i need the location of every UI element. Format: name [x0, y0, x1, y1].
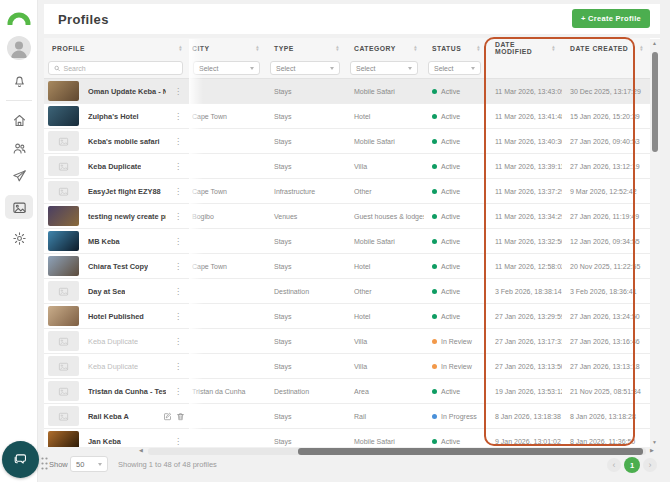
page-size-select[interactable]: 50: [70, 456, 108, 472]
table-row[interactable]: testing newly create profiles ⋮ Bogibo V…: [44, 204, 650, 229]
category-filter-select[interactable]: Select: [350, 61, 418, 75]
row-menu-icon[interactable]: ⋮: [174, 237, 182, 246]
search-input[interactable]: [63, 65, 177, 72]
vertical-scrollbar-thumb[interactable]: [652, 52, 658, 152]
status-filter-select[interactable]: Select: [428, 61, 481, 75]
row-menu-icon[interactable]: ⋮: [174, 187, 182, 196]
profile-name: testing newly create profiles: [88, 212, 166, 221]
city-value: Tristan da Cunha: [192, 388, 245, 395]
profile-name: Hotel Published: [88, 312, 144, 321]
sort-icon[interactable]: ▴▾: [552, 45, 555, 51]
column-header-date-created[interactable]: DATE CREATED▴▾: [562, 38, 650, 58]
city-value: Cape Town: [192, 188, 227, 195]
edit-icon[interactable]: [163, 412, 172, 421]
image-placeholder-thumbnail: [48, 281, 79, 301]
profile-name: EasyJet flight EZY88: [88, 187, 161, 196]
table-row[interactable]: Keba Duplicate ⋮ Stays Villa In Review 2…: [44, 354, 650, 379]
category-value: Mobile Safari: [354, 88, 395, 95]
column-header-date-modified[interactable]: DATE MODIFIED▴▾: [487, 38, 562, 58]
table-row[interactable]: Keba Duplicate ⋮ Stays Villa In Review 2…: [44, 329, 650, 354]
horizontal-scrollbar[interactable]: [148, 448, 646, 455]
scroll-up-icon[interactable]: ▲: [652, 41, 657, 46]
send-share-icon[interactable]: [0, 167, 38, 185]
city-value: Cape Town: [192, 263, 227, 270]
status-dot: [432, 389, 437, 394]
home-icon[interactable]: [0, 111, 38, 129]
category-value: Mobile Safari: [354, 238, 395, 245]
row-menu-icon[interactable]: ⋮: [174, 212, 182, 221]
table-row[interactable]: Day at Sea ⋮ Destination Other Active 3 …: [44, 279, 650, 304]
sort-icon[interactable]: ▴▾: [640, 45, 643, 51]
create-profile-button[interactable]: + Create Profile: [572, 9, 650, 28]
row-menu-icon[interactable]: ⋮: [174, 362, 182, 371]
date-created-value: 8 Jan 2026, 13:18:28: [570, 413, 636, 420]
table-row[interactable]: Rail Keba A ⋮ Stays Rail In Progress 8 J…: [44, 404, 650, 429]
row-menu-icon[interactable]: ⋮: [174, 312, 182, 321]
type-filter-select[interactable]: Select: [270, 61, 340, 75]
status-badge: Active: [441, 213, 460, 220]
scroll-right-icon[interactable]: ▶: [650, 448, 654, 453]
sidebar-divider: [6, 100, 32, 101]
column-header-city[interactable]: CITY▴▾: [189, 38, 266, 58]
team-users-icon[interactable]: [0, 139, 38, 157]
user-avatar[interactable]: [0, 34, 38, 62]
status-badge: Active: [441, 188, 460, 195]
column-header-category[interactable]: CATEGORY▴▾: [346, 38, 424, 58]
brand-logo-arc-icon[interactable]: [0, 8, 38, 26]
row-menu-icon[interactable]: ⋮: [174, 137, 182, 146]
chat-launcher-button[interactable]: [2, 441, 39, 478]
sort-icon[interactable]: ▴▾: [477, 45, 480, 51]
date-created-value: 8 Jan 2026, 11:36:50: [570, 438, 635, 445]
sort-icon[interactable]: ▴▾: [256, 45, 259, 51]
column-header-profile[interactable]: PROFILE▴▾: [44, 38, 189, 58]
row-menu-icon[interactable]: ⋮: [174, 262, 182, 271]
delete-icon[interactable]: [176, 412, 185, 421]
status-dot: [432, 139, 437, 144]
scroll-down-icon[interactable]: ▼: [652, 440, 657, 445]
row-menu-icon[interactable]: ⋮: [174, 337, 182, 346]
pagination-next-button[interactable]: ›: [643, 458, 657, 472]
type-value: Stays: [274, 438, 292, 445]
date-created-value: 3 Feb 2026, 18:36:41: [570, 288, 637, 295]
row-menu-icon[interactable]: ⋮: [174, 87, 182, 96]
table-row[interactable]: Hotel Published ⋮ Stays Hotel Active 27 …: [44, 304, 650, 329]
pagination-prev-button[interactable]: ‹: [607, 458, 621, 472]
row-menu-icon[interactable]: ⋮: [174, 437, 182, 446]
date-modified-value: 11 Mar 2026, 13:32:50: [495, 238, 562, 245]
horizontal-scrollbar-thumb[interactable]: [298, 448, 643, 455]
table-row[interactable]: Keba's mobile safari ⋮ Stays Mobile Safa…: [44, 129, 650, 154]
city-filter-select[interactable]: Select: [193, 61, 260, 75]
pagination-page-1-button[interactable]: 1: [624, 457, 640, 473]
row-menu-icon[interactable]: ⋮: [174, 387, 182, 396]
table-row[interactable]: Keba Duplicate ⋮ Stays Villa Active 11 M…: [44, 154, 650, 179]
date-created-value: 27 Jan 2026, 13:13:18: [570, 363, 640, 370]
table-row[interactable]: Tristan da Cunha - Test ⋮ Tristan da Cun…: [44, 379, 650, 404]
table-row[interactable]: Zulpha's Hotel ⋮ Cape Town Stays Hotel A…: [44, 104, 650, 129]
type-value: Stays: [274, 113, 292, 120]
scroll-left-icon[interactable]: ◀: [139, 448, 143, 453]
row-menu-icon[interactable]: ⋮: [174, 162, 182, 171]
status-badge: Active: [441, 238, 460, 245]
table-row[interactable]: Jan Keba ⋮ Stays Mobile Safari Active 9 …: [44, 429, 650, 447]
sidebar-item-profiles[interactable]: [5, 195, 33, 219]
type-value: Destination: [274, 288, 309, 295]
row-menu-icon[interactable]: ⋮: [174, 287, 182, 296]
notifications-bell-icon[interactable]: [0, 72, 38, 90]
profile-search-field[interactable]: [48, 61, 183, 75]
page-title: Profiles: [58, 12, 109, 27]
row-menu-icon[interactable]: ⋮: [174, 112, 182, 121]
sort-icon[interactable]: ▴▾: [336, 45, 339, 51]
column-header-type[interactable]: TYPE▴▾: [266, 38, 346, 58]
table-row[interactable]: Chiara Test Copy ⋮ Cape Town Stays Hotel…: [44, 254, 650, 279]
table-row[interactable]: Oman Update Keba - NEW ⋮ Stays Mobile Sa…: [44, 79, 650, 104]
sort-icon[interactable]: ▴▾: [179, 45, 182, 51]
table-row[interactable]: EasyJet flight EZY88 ⋮ Cape Town Infrast…: [44, 179, 650, 204]
column-header-status[interactable]: STATUS▴▾: [424, 38, 487, 58]
vertical-scrollbar[interactable]: ▲ ▼: [650, 39, 660, 447]
category-value: Mobile Safari: [354, 438, 395, 445]
status-badge: Active: [441, 388, 460, 395]
settings-gear-icon[interactable]: [0, 229, 38, 247]
table-row[interactable]: MB Keba ⋮ Stays Mobile Safari Active 11 …: [44, 229, 650, 254]
widget-drag-handle[interactable]: [41, 457, 48, 470]
sort-icon[interactable]: ▴▾: [414, 45, 417, 51]
